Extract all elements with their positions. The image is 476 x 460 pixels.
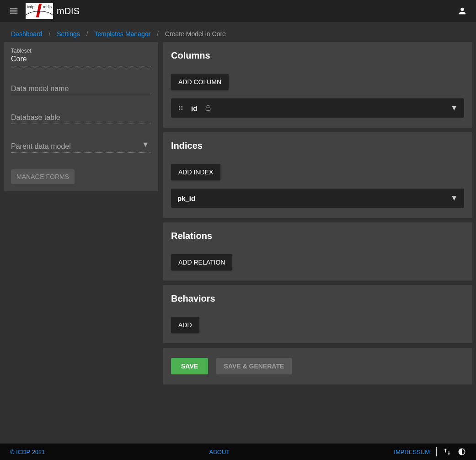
indices-card: Indices ADD INDEX pk_id ▼: [163, 132, 472, 218]
section-title: Behaviors: [171, 293, 464, 304]
breadcrumb-link[interactable]: Dashboard: [11, 30, 43, 38]
index-name: pk_id: [177, 195, 195, 202]
lock-icon: [204, 104, 212, 112]
footer: © ICDP 2021 ABOUT IMPRESSUM: [0, 444, 476, 460]
db-table-field[interactable]: Database table: [11, 110, 151, 124]
svg-point-3: [182, 106, 182, 107]
index-row[interactable]: pk_id ▼: [171, 189, 464, 208]
breadcrumb-current: Create Model in Core: [165, 30, 226, 38]
contrast-icon[interactable]: [458, 448, 466, 456]
add-index-button[interactable]: ADD INDEX: [171, 164, 220, 180]
svg-rect-6: [206, 108, 210, 110]
svg-point-1: [179, 108, 180, 108]
parent-model-select[interactable]: Parent data model ▼: [11, 139, 151, 153]
columns-card: Columns ADD COLUMN id ▼: [163, 42, 472, 128]
save-button[interactable]: SAVE: [171, 358, 208, 374]
add-behavior-button[interactable]: ADD: [171, 317, 199, 333]
actions-card: SAVE SAVE & GENERATE: [163, 348, 472, 384]
app-title: mDIS: [57, 6, 80, 16]
copyright: © ICDP 2021: [10, 449, 45, 455]
impressum-link[interactable]: IMPRESSUM: [394, 449, 430, 455]
chevron-down-icon: ▼: [142, 141, 149, 149]
svg-point-2: [179, 109, 180, 110]
expand-icon[interactable]: ▼: [450, 104, 458, 112]
behaviors-card: Behaviors ADD: [163, 285, 472, 343]
section-title: Relations: [171, 231, 464, 241]
breadcrumb: Dashboard / Settings / Templates Manager…: [0, 22, 476, 42]
about-link[interactable]: ABOUT: [209, 449, 230, 455]
model-name-field[interactable]: Data model name: [11, 81, 151, 95]
add-relation-button[interactable]: ADD RELATION: [171, 254, 232, 271]
manage-forms-button: MANAGE FORMS: [11, 169, 75, 184]
svg-point-4: [182, 108, 182, 108]
topbar: icdpmdis mDIS: [0, 0, 476, 22]
svg-point-0: [179, 106, 180, 107]
tableset-field[interactable]: Tableset Core: [11, 48, 151, 66]
breadcrumb-link[interactable]: Templates Manager: [94, 30, 150, 38]
add-column-button[interactable]: ADD COLUMN: [171, 74, 229, 90]
section-title: Indices: [171, 141, 464, 151]
save-generate-button: SAVE & GENERATE: [216, 358, 293, 374]
user-icon[interactable]: [452, 1, 472, 21]
swap-icon[interactable]: [443, 448, 451, 456]
svg-point-5: [182, 109, 182, 110]
drag-handle-icon[interactable]: [177, 105, 184, 111]
relations-card: Relations ADD RELATION: [163, 222, 472, 281]
menu-icon[interactable]: [4, 1, 24, 21]
section-title: Columns: [171, 50, 464, 61]
divider: [436, 447, 437, 456]
breadcrumb-link[interactable]: Settings: [57, 30, 80, 38]
column-row[interactable]: id ▼: [171, 98, 464, 118]
column-name: id: [191, 104, 197, 112]
logo: icdpmdis: [26, 3, 53, 19]
side-panel: Tableset Core Data model name Database t…: [4, 42, 158, 191]
expand-icon[interactable]: ▼: [450, 194, 458, 202]
